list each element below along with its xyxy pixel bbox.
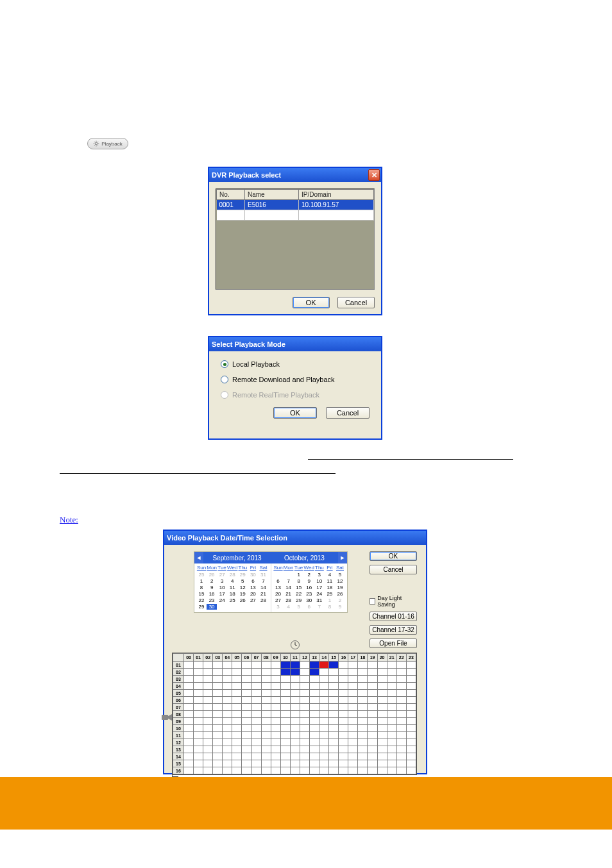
calendar-right[interactable]: SunMonTueWedThuFriSat 123456789101112131… (271, 563, 348, 612)
timeline-cell[interactable] (232, 718, 242, 725)
timeline-cell[interactable] (213, 739, 223, 746)
timeline-cell[interactable] (387, 760, 396, 767)
timeline-cell[interactable] (290, 746, 300, 753)
timeline-cell[interactable] (387, 683, 396, 690)
timeline-cell[interactable] (184, 662, 194, 669)
timeline-cell[interactable] (223, 683, 232, 690)
timeline-cell[interactable] (203, 711, 213, 718)
timeline-cell[interactable] (261, 767, 271, 774)
timeline-cell[interactable] (377, 725, 387, 732)
timeline-cell[interactable] (368, 697, 377, 704)
timeline-cell[interactable] (300, 725, 309, 732)
timeline-cell[interactable] (329, 697, 339, 704)
cal-day[interactable]: 14 (284, 585, 294, 590)
cal-day[interactable]: 30 (207, 604, 217, 610)
timeline-cell[interactable] (339, 760, 348, 767)
cal-day[interactable]: 19 (237, 591, 248, 597)
timeline-cell[interactable] (290, 718, 300, 725)
timeline-cell[interactable] (184, 711, 194, 718)
timeline-cell[interactable] (232, 676, 242, 683)
timeline-cell[interactable] (348, 746, 358, 753)
timeline-cell[interactable] (406, 760, 416, 767)
timeline-cell[interactable] (290, 725, 300, 732)
cal-day[interactable]: 9 (207, 585, 217, 590)
timeline-cell[interactable] (194, 725, 203, 732)
timeline-cell[interactable] (300, 711, 309, 718)
timeline-cell[interactable] (290, 711, 300, 718)
timeline-cell[interactable] (223, 739, 232, 746)
playback-mode-option[interactable]: Remote Download and Playback (221, 376, 370, 383)
daylight-saving-checkbox[interactable]: Day Light Saving (370, 595, 417, 608)
timeline-cell[interactable] (358, 732, 368, 739)
timeline-cell[interactable] (396, 711, 406, 718)
timeline-cell[interactable] (184, 746, 194, 753)
timeline-cell[interactable] (271, 690, 280, 697)
timeline-cell[interactable] (396, 753, 406, 760)
timeline-cell[interactable] (213, 683, 223, 690)
timeline-cell[interactable] (184, 704, 194, 711)
timeline-cell[interactable] (203, 739, 213, 746)
timeline-cell[interactable] (184, 690, 194, 697)
timeline-cell[interactable] (348, 711, 358, 718)
timeline-cell[interactable] (290, 704, 300, 711)
timeline-cell[interactable] (368, 725, 377, 732)
timeline-cell[interactable] (232, 690, 242, 697)
timeline-cell[interactable] (377, 739, 387, 746)
cal-day[interactable]: 25 (196, 572, 207, 578)
timeline-cell[interactable] (271, 711, 280, 718)
timeline-cell[interactable] (271, 683, 280, 690)
timeline-cell[interactable] (329, 718, 339, 725)
timeline-cell[interactable] (358, 704, 368, 711)
timeline-cell[interactable] (300, 767, 309, 774)
timeline-cell[interactable] (319, 767, 329, 774)
timeline-cell[interactable] (339, 739, 348, 746)
timeline-cell[interactable] (261, 676, 271, 683)
cal-day[interactable]: 20 (273, 591, 284, 597)
timeline-cell[interactable] (319, 711, 329, 718)
timeline-cell[interactable] (358, 676, 368, 683)
timeline-cell[interactable] (251, 711, 261, 718)
timeline-cell[interactable] (242, 662, 251, 669)
timeline-cell[interactable] (319, 669, 329, 676)
timeline-cell[interactable] (251, 753, 261, 760)
timeline-cell[interactable] (329, 760, 339, 767)
timeline-cell[interactable] (300, 697, 309, 704)
timeline-cell[interactable] (184, 753, 194, 760)
timeline-cell[interactable] (300, 683, 309, 690)
timeline-cell[interactable] (290, 753, 300, 760)
timeline-cell[interactable] (377, 760, 387, 767)
timeline-cell[interactable] (339, 662, 348, 669)
cal-day[interactable]: 17 (217, 591, 227, 597)
cal-day[interactable]: 13 (273, 585, 284, 590)
note-link[interactable]: Note: (60, 515, 78, 525)
cal-day[interactable]: 6 (273, 578, 284, 584)
cal-day[interactable]: 4 (325, 572, 335, 578)
timeline-cell[interactable] (377, 767, 387, 774)
timeline-cell[interactable] (232, 732, 242, 739)
timeline-cell[interactable] (251, 697, 261, 704)
timeline-cell[interactable] (368, 732, 377, 739)
dialog-titlebar[interactable]: Select Playback Mode (209, 337, 381, 351)
timeline-cell[interactable] (232, 711, 242, 718)
timeline-cell[interactable] (319, 662, 329, 669)
timeline-cell[interactable] (319, 690, 329, 697)
timeline-cell[interactable] (251, 683, 261, 690)
timeline-cell[interactable] (368, 739, 377, 746)
timeline-cell[interactable] (194, 697, 203, 704)
timeline-cell[interactable] (184, 732, 194, 739)
timeline-cell[interactable] (377, 683, 387, 690)
timeline-cell[interactable] (387, 711, 396, 718)
timeline-cell[interactable] (232, 697, 242, 704)
timeline-cell[interactable] (203, 746, 213, 753)
timeline-cell[interactable] (368, 690, 377, 697)
timeline-cell[interactable] (290, 662, 300, 669)
timeline-cell[interactable] (203, 676, 213, 683)
timeline-cell[interactable] (319, 725, 329, 732)
timeline-cell[interactable] (377, 732, 387, 739)
timeline-cell[interactable] (203, 753, 213, 760)
timeline-cell[interactable] (251, 690, 261, 697)
timeline-cell[interactable] (251, 662, 261, 669)
timeline-cell[interactable] (406, 690, 416, 697)
col-no[interactable]: No. (217, 190, 245, 200)
timeline-cell[interactable] (261, 753, 271, 760)
